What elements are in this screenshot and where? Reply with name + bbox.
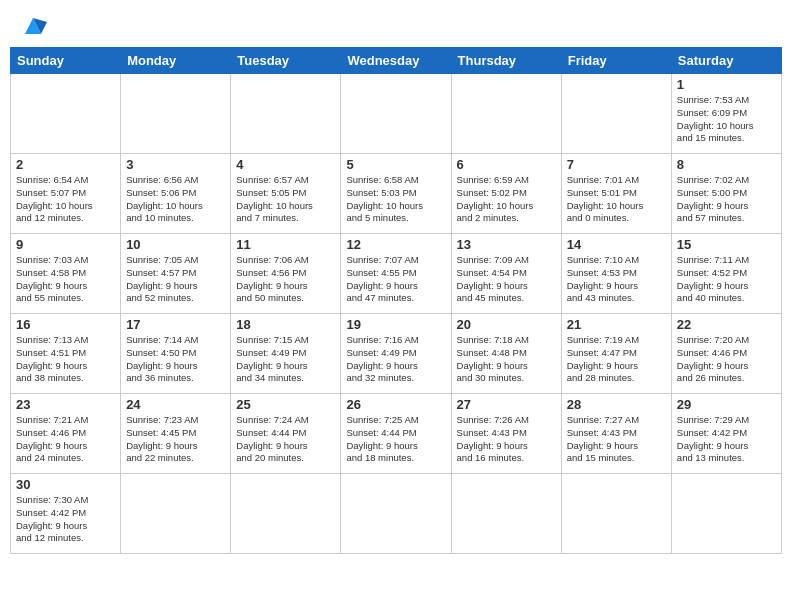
calendar-cell: 16Sunrise: 7:13 AM Sunset: 4:51 PM Dayli…: [11, 314, 121, 394]
calendar-body: 1Sunrise: 7:53 AM Sunset: 6:09 PM Daylig…: [11, 74, 782, 554]
day-number: 7: [567, 157, 666, 172]
calendar-cell: 30Sunrise: 7:30 AM Sunset: 4:42 PM Dayli…: [11, 474, 121, 554]
calendar-cell: [121, 474, 231, 554]
day-number: 3: [126, 157, 225, 172]
calendar-cell: [341, 74, 451, 154]
day-number: 29: [677, 397, 776, 412]
calendar-cell: 21Sunrise: 7:19 AM Sunset: 4:47 PM Dayli…: [561, 314, 671, 394]
calendar-week-row: 9Sunrise: 7:03 AM Sunset: 4:58 PM Daylig…: [11, 234, 782, 314]
day-info: Sunrise: 7:15 AM Sunset: 4:49 PM Dayligh…: [236, 334, 335, 385]
day-info: Sunrise: 7:05 AM Sunset: 4:57 PM Dayligh…: [126, 254, 225, 305]
day-number: 10: [126, 237, 225, 252]
day-number: 13: [457, 237, 556, 252]
day-info: Sunrise: 7:23 AM Sunset: 4:45 PM Dayligh…: [126, 414, 225, 465]
calendar-cell: 24Sunrise: 7:23 AM Sunset: 4:45 PM Dayli…: [121, 394, 231, 474]
day-number: 28: [567, 397, 666, 412]
calendar-cell: 7Sunrise: 7:01 AM Sunset: 5:01 PM Daylig…: [561, 154, 671, 234]
calendar-cell: 20Sunrise: 7:18 AM Sunset: 4:48 PM Dayli…: [451, 314, 561, 394]
day-info: Sunrise: 6:57 AM Sunset: 5:05 PM Dayligh…: [236, 174, 335, 225]
day-info: Sunrise: 7:06 AM Sunset: 4:56 PM Dayligh…: [236, 254, 335, 305]
calendar-cell: 25Sunrise: 7:24 AM Sunset: 4:44 PM Dayli…: [231, 394, 341, 474]
day-number: 25: [236, 397, 335, 412]
calendar-cell: 19Sunrise: 7:16 AM Sunset: 4:49 PM Dayli…: [341, 314, 451, 394]
calendar-cell: 4Sunrise: 6:57 AM Sunset: 5:05 PM Daylig…: [231, 154, 341, 234]
day-info: Sunrise: 7:02 AM Sunset: 5:00 PM Dayligh…: [677, 174, 776, 225]
calendar-cell: 5Sunrise: 6:58 AM Sunset: 5:03 PM Daylig…: [341, 154, 451, 234]
day-number: 9: [16, 237, 115, 252]
logo-icon: [19, 14, 47, 36]
calendar-cell: [231, 474, 341, 554]
calendar-cell: 6Sunrise: 6:59 AM Sunset: 5:02 PM Daylig…: [451, 154, 561, 234]
day-number: 22: [677, 317, 776, 332]
day-info: Sunrise: 6:54 AM Sunset: 5:07 PM Dayligh…: [16, 174, 115, 225]
day-number: 8: [677, 157, 776, 172]
calendar-header: SundayMondayTuesdayWednesdayThursdayFrid…: [11, 48, 782, 74]
calendar-cell: 10Sunrise: 7:05 AM Sunset: 4:57 PM Dayli…: [121, 234, 231, 314]
calendar-cell: [451, 474, 561, 554]
day-info: Sunrise: 7:18 AM Sunset: 4:48 PM Dayligh…: [457, 334, 556, 385]
day-info: Sunrise: 6:56 AM Sunset: 5:06 PM Dayligh…: [126, 174, 225, 225]
calendar-week-row: 23Sunrise: 7:21 AM Sunset: 4:46 PM Dayli…: [11, 394, 782, 474]
day-info: Sunrise: 7:13 AM Sunset: 4:51 PM Dayligh…: [16, 334, 115, 385]
calendar-cell: 26Sunrise: 7:25 AM Sunset: 4:44 PM Dayli…: [341, 394, 451, 474]
day-number: 23: [16, 397, 115, 412]
day-number: 14: [567, 237, 666, 252]
calendar-cell: 27Sunrise: 7:26 AM Sunset: 4:43 PM Dayli…: [451, 394, 561, 474]
day-info: Sunrise: 7:01 AM Sunset: 5:01 PM Dayligh…: [567, 174, 666, 225]
calendar-cell: 22Sunrise: 7:20 AM Sunset: 4:46 PM Dayli…: [671, 314, 781, 394]
calendar-cell: 1Sunrise: 7:53 AM Sunset: 6:09 PM Daylig…: [671, 74, 781, 154]
day-info: Sunrise: 7:10 AM Sunset: 4:53 PM Dayligh…: [567, 254, 666, 305]
calendar-cell: 18Sunrise: 7:15 AM Sunset: 4:49 PM Dayli…: [231, 314, 341, 394]
calendar-cell: 12Sunrise: 7:07 AM Sunset: 4:55 PM Dayli…: [341, 234, 451, 314]
weekday-header-wednesday: Wednesday: [341, 48, 451, 74]
calendar-cell: 17Sunrise: 7:14 AM Sunset: 4:50 PM Dayli…: [121, 314, 231, 394]
weekday-header-tuesday: Tuesday: [231, 48, 341, 74]
day-info: Sunrise: 7:30 AM Sunset: 4:42 PM Dayligh…: [16, 494, 115, 545]
day-info: Sunrise: 7:19 AM Sunset: 4:47 PM Dayligh…: [567, 334, 666, 385]
calendar-cell: 9Sunrise: 7:03 AM Sunset: 4:58 PM Daylig…: [11, 234, 121, 314]
calendar-cell: 28Sunrise: 7:27 AM Sunset: 4:43 PM Dayli…: [561, 394, 671, 474]
day-info: Sunrise: 7:16 AM Sunset: 4:49 PM Dayligh…: [346, 334, 445, 385]
calendar-cell: 2Sunrise: 6:54 AM Sunset: 5:07 PM Daylig…: [11, 154, 121, 234]
weekday-header-thursday: Thursday: [451, 48, 561, 74]
day-number: 12: [346, 237, 445, 252]
day-number: 24: [126, 397, 225, 412]
day-number: 30: [16, 477, 115, 492]
calendar-cell: [671, 474, 781, 554]
day-number: 1: [677, 77, 776, 92]
weekday-header-saturday: Saturday: [671, 48, 781, 74]
calendar-cell: [341, 474, 451, 554]
page-header: [10, 10, 782, 41]
calendar-cell: [561, 74, 671, 154]
calendar-cell: [561, 474, 671, 554]
day-number: 16: [16, 317, 115, 332]
day-number: 21: [567, 317, 666, 332]
day-info: Sunrise: 7:14 AM Sunset: 4:50 PM Dayligh…: [126, 334, 225, 385]
weekday-header-monday: Monday: [121, 48, 231, 74]
day-number: 20: [457, 317, 556, 332]
weekday-header-friday: Friday: [561, 48, 671, 74]
day-number: 5: [346, 157, 445, 172]
calendar-cell: 15Sunrise: 7:11 AM Sunset: 4:52 PM Dayli…: [671, 234, 781, 314]
day-info: Sunrise: 7:26 AM Sunset: 4:43 PM Dayligh…: [457, 414, 556, 465]
day-info: Sunrise: 7:53 AM Sunset: 6:09 PM Dayligh…: [677, 94, 776, 145]
calendar-cell: [121, 74, 231, 154]
day-info: Sunrise: 7:29 AM Sunset: 4:42 PM Dayligh…: [677, 414, 776, 465]
logo: [16, 14, 47, 37]
day-number: 4: [236, 157, 335, 172]
calendar-cell: 13Sunrise: 7:09 AM Sunset: 4:54 PM Dayli…: [451, 234, 561, 314]
calendar-week-row: 30Sunrise: 7:30 AM Sunset: 4:42 PM Dayli…: [11, 474, 782, 554]
calendar-cell: 8Sunrise: 7:02 AM Sunset: 5:00 PM Daylig…: [671, 154, 781, 234]
day-number: 15: [677, 237, 776, 252]
day-number: 26: [346, 397, 445, 412]
day-info: Sunrise: 7:20 AM Sunset: 4:46 PM Dayligh…: [677, 334, 776, 385]
day-number: 2: [16, 157, 115, 172]
calendar-cell: 29Sunrise: 7:29 AM Sunset: 4:42 PM Dayli…: [671, 394, 781, 474]
calendar-cell: 11Sunrise: 7:06 AM Sunset: 4:56 PM Dayli…: [231, 234, 341, 314]
day-info: Sunrise: 7:24 AM Sunset: 4:44 PM Dayligh…: [236, 414, 335, 465]
day-info: Sunrise: 7:27 AM Sunset: 4:43 PM Dayligh…: [567, 414, 666, 465]
day-info: Sunrise: 7:21 AM Sunset: 4:46 PM Dayligh…: [16, 414, 115, 465]
calendar-cell: [11, 74, 121, 154]
weekday-header-sunday: Sunday: [11, 48, 121, 74]
day-info: Sunrise: 7:03 AM Sunset: 4:58 PM Dayligh…: [16, 254, 115, 305]
